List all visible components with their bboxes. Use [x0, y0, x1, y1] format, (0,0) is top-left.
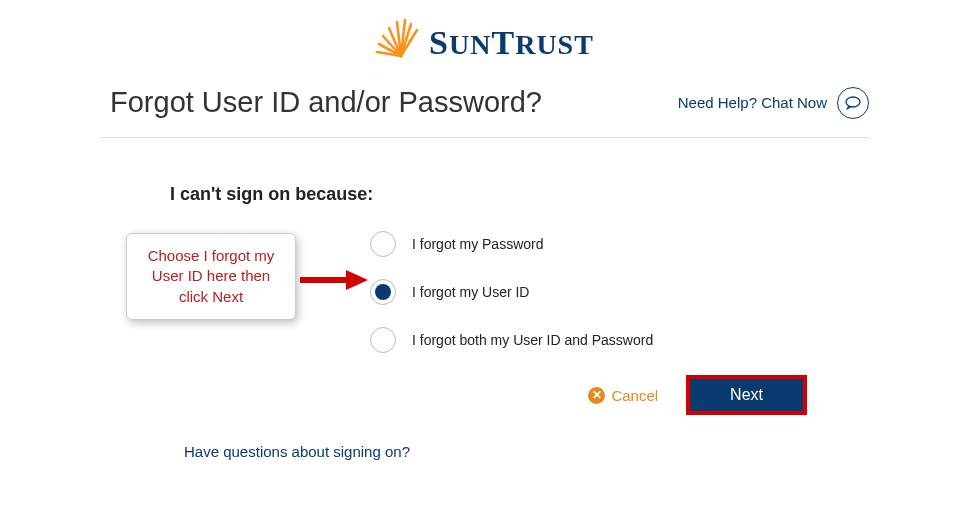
svg-marker-10 — [346, 270, 368, 290]
header-row: Forgot User ID and/or Password? Need Hel… — [0, 66, 969, 137]
questions-link[interactable]: Have questions about signing on? — [184, 443, 869, 460]
radio-label: I forgot my User ID — [412, 284, 529, 300]
chat-now-label: Need Help? Chat Now — [678, 94, 827, 111]
radio-option-both[interactable]: I forgot both my User ID and Password — [370, 327, 869, 353]
chat-icon — [837, 87, 869, 119]
cancel-label: Cancel — [611, 387, 658, 404]
radio-label: I forgot my Password — [412, 236, 544, 252]
radio-icon — [370, 231, 396, 257]
logo-area: SUNTRUST — [0, 0, 969, 66]
sunburst-icon — [375, 18, 423, 62]
radio-group: I forgot my Password I forgot my User ID… — [370, 231, 869, 353]
radio-icon — [370, 327, 396, 353]
radio-icon — [370, 279, 396, 305]
logo-text: SUNTRUST — [429, 26, 594, 62]
form-section: I can't sign on because: I forgot my Pas… — [0, 138, 969, 460]
logo: SUNTRUST — [375, 18, 594, 62]
radio-label: I forgot both my User ID and Password — [412, 332, 653, 348]
chat-now-link[interactable]: Need Help? Chat Now — [678, 87, 869, 119]
reason-label: I can't sign on because: — [170, 184, 869, 205]
radio-option-userid[interactable]: I forgot my User ID — [370, 279, 869, 305]
next-button[interactable]: Next — [686, 375, 807, 415]
arrow-icon — [298, 268, 368, 292]
instruction-callout: Choose I forgot my User ID here then cli… — [126, 233, 296, 320]
cancel-icon: ✕ — [588, 387, 605, 404]
radio-option-password[interactable]: I forgot my Password — [370, 231, 869, 257]
button-row: ✕ Cancel Next — [170, 375, 869, 415]
page-title: Forgot User ID and/or Password? — [110, 86, 542, 119]
svg-point-8 — [846, 97, 860, 107]
cancel-button[interactable]: ✕ Cancel — [588, 387, 658, 404]
